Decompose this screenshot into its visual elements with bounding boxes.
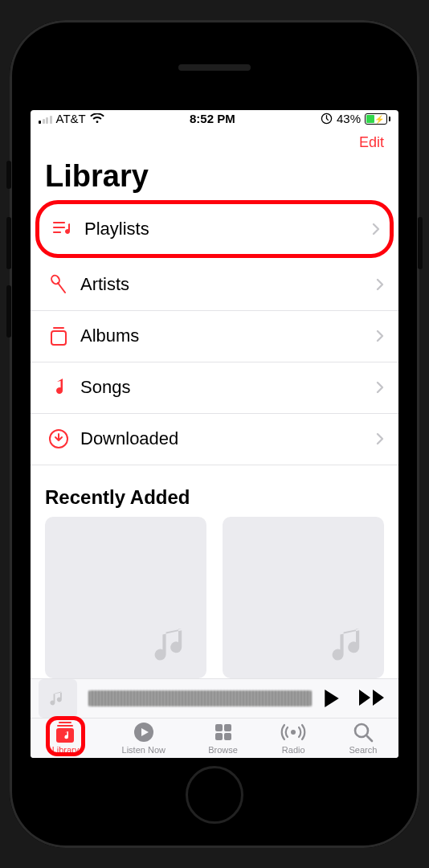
recently-added-row: [31, 517, 398, 678]
status-bar: AT&T 8:52 PM 43% ⚡: [31, 110, 398, 128]
tab-listen-now[interactable]: Listen Now: [122, 721, 165, 755]
tab-label: Search: [349, 745, 378, 755]
battery-percentage: 43%: [337, 112, 361, 125]
carrier-name: AT&T: [56, 112, 86, 125]
library-item-downloaded[interactable]: Downloaded: [31, 414, 398, 465]
volume-down-button: [6, 285, 11, 338]
svg-point-18: [355, 724, 368, 737]
phone-frame: AT&T 8:52 PM 43% ⚡ Edit Library: [10, 20, 419, 848]
albums-icon: [45, 326, 72, 346]
tab-bar: Library Listen Now Browse Radio Search: [31, 718, 398, 758]
tab-radio[interactable]: Radio: [280, 721, 306, 755]
play-button[interactable]: [323, 689, 341, 708]
svg-rect-15: [215, 733, 223, 740]
nav-bar: Edit: [31, 128, 398, 151]
now-playing-bar[interactable]: [31, 678, 398, 718]
chevron-right-icon: [376, 330, 384, 342]
svg-rect-6: [51, 331, 66, 345]
chevron-right-icon: [376, 278, 384, 291]
library-item-songs[interactable]: Songs: [31, 362, 398, 414]
album-card[interactable]: [223, 517, 384, 678]
tab-library[interactable]: Library: [52, 721, 80, 755]
volume-up-button: [6, 217, 11, 269]
library-item-albums[interactable]: Albums: [31, 311, 398, 362]
playlists-icon: [49, 219, 76, 239]
library-item-label: Downloaded: [80, 428, 178, 449]
chevron-right-icon: [376, 432, 384, 445]
cellular-signal-icon: [39, 114, 52, 124]
music-note-icon: [328, 622, 373, 667]
tab-browse[interactable]: Browse: [208, 721, 238, 755]
svg-rect-14: [224, 724, 231, 731]
edit-button[interactable]: Edit: [359, 134, 384, 151]
svg-line-19: [367, 736, 372, 741]
svg-line-5: [58, 283, 65, 293]
library-item-label: Songs: [80, 377, 130, 398]
page-title: Library: [31, 151, 398, 199]
speaker-grille: [178, 64, 251, 71]
highlight-annotation: [46, 716, 86, 756]
tab-label: Listen Now: [122, 745, 165, 755]
artists-icon: [45, 274, 72, 295]
downloaded-icon: [45, 428, 72, 449]
battery-icon: ⚡: [365, 113, 390, 125]
screen: AT&T 8:52 PM 43% ⚡ Edit Library: [31, 110, 398, 758]
orientation-lock-icon: [321, 113, 333, 125]
music-note-icon: [150, 622, 195, 667]
tab-search[interactable]: Search: [349, 721, 378, 755]
library-item-playlists[interactable]: Playlists: [35, 200, 394, 258]
wifi-icon: [90, 113, 104, 124]
svg-rect-13: [215, 724, 223, 731]
status-time: 8:52 PM: [190, 112, 235, 125]
now-playing-artwork: [39, 679, 77, 718]
now-playing-title: [88, 690, 312, 706]
svg-rect-16: [224, 733, 231, 740]
library-item-label: Playlists: [84, 219, 149, 240]
svg-point-17: [291, 730, 296, 735]
chevron-right-icon: [376, 381, 384, 394]
library-item-label: Artists: [80, 274, 129, 295]
mute-switch: [6, 161, 11, 189]
tab-label: Radio: [282, 745, 305, 755]
next-button[interactable]: [358, 689, 386, 708]
library-list: Playlists Artists Albums: [31, 199, 398, 465]
home-button: [186, 766, 243, 824]
power-button: [418, 217, 423, 269]
library-item-label: Albums: [80, 326, 139, 346]
recently-added-title: Recently Added: [31, 465, 398, 517]
songs-icon: [45, 377, 72, 398]
library-item-artists[interactable]: Artists: [31, 260, 398, 311]
tab-label: Browse: [208, 745, 238, 755]
chevron-right-icon: [372, 223, 380, 235]
album-card[interactable]: [45, 517, 206, 678]
